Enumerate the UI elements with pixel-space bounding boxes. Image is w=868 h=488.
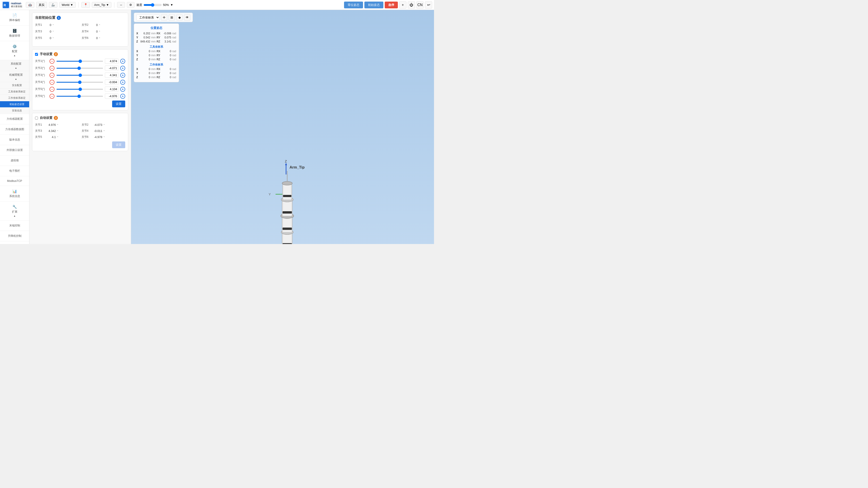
emergency-stop-button[interactable]: 急停: [385, 2, 398, 8]
pose-ry-axis: RY: [157, 36, 161, 39]
chevron-down-icon2: ▲: [15, 78, 17, 80]
auto-setting-checkbox[interactable]: [35, 117, 38, 120]
speed-slider[interactable]: [144, 3, 162, 7]
sidebar-item-force-config[interactable]: 力传感器配置: [0, 114, 29, 124]
joint2-input[interactable]: [105, 66, 119, 71]
lang-label: CN: [417, 3, 423, 7]
arm-icon-btn[interactable]: 🦾: [49, 2, 57, 8]
arm-tip-icon-btn[interactable]: 📍: [81, 2, 90, 8]
plus-icon-btn[interactable]: +: [399, 1, 406, 8]
sidebar-item-geofence[interactable]: 电子围栏: [0, 166, 29, 176]
pose-y-axis: Y: [136, 36, 139, 39]
sidebar-item-force-graph[interactable]: 力传感器数据图: [0, 124, 29, 135]
joint5-slider[interactable]: [56, 89, 103, 90]
joint3-slider[interactable]: [56, 75, 103, 76]
pose-x-axis: X: [136, 32, 139, 35]
logout-icon-btn[interactable]: ↩: [425, 1, 432, 8]
sidebar-item-armconfig[interactable]: 机械臂配置 ▲: [0, 71, 29, 82]
crosshair-icon-btn[interactable]: ✛: [161, 14, 167, 21]
sidebar-item-modbus[interactable]: ModbusTCP: [0, 176, 29, 186]
joint2-slider[interactable]: [56, 68, 103, 69]
arm-icon: 🦾: [51, 3, 55, 6]
auto-setting-section: 自动设置 3 关节1 4.976 * 关节2 -4.073 * 关节3 4.34…: [32, 113, 128, 151]
joint2-minus-btn[interactable]: −: [50, 66, 55, 71]
joint-row-2: 关节2 0 *: [82, 22, 125, 28]
speed-control: 速度 50% ▼: [136, 3, 173, 7]
auto-set-button[interactable]: 设置: [112, 141, 125, 148]
sidebar-item-version[interactable]: 版本信息: [0, 135, 29, 145]
current-initial-title: 当前初始位置 1: [35, 15, 125, 20]
joint1-plus-btn[interactable]: +: [120, 59, 125, 64]
joint4-slider[interactable]: [56, 82, 103, 83]
sidebar-item-safety[interactable]: 安全配置: [0, 82, 29, 89]
position-panel: 位置姿态 X 6.202 mm RX -0.006 rad Y 0.542 mm…: [134, 24, 179, 82]
auto-joint3-row: 关节3 4.342 *: [35, 128, 79, 133]
joint5-minus-btn[interactable]: −: [50, 87, 55, 92]
sidebar-item-install[interactable]: 安装信息: [0, 107, 29, 114]
armtip-label: Arm_Tip: [94, 3, 105, 6]
speed-value: 50%: [163, 3, 169, 6]
arm-tip-label-svg: Arm_Tip: [289, 165, 305, 169]
sidebar-item-initial-pose[interactable]: 初始姿态设置: [0, 101, 29, 107]
joint-row-1: 关节1 0 *: [35, 22, 79, 28]
sidebar-item-sysinfo[interactable]: 📊 系统信息: [0, 186, 29, 201]
manual-joint4-label: 关节4(°): [35, 80, 48, 84]
joint2-plus-btn[interactable]: +: [120, 66, 125, 71]
joint6-input[interactable]: [105, 94, 119, 99]
manual-set-button[interactable]: 设置: [112, 101, 125, 107]
joint6-slider[interactable]: [56, 96, 103, 97]
sidebar-item-toolcoord[interactable]: 工具坐标系标定: [0, 89, 29, 95]
sidebar-item-extio[interactable]: 外部接口设置: [0, 145, 29, 156]
zero-pose-button[interactable]: 零位姿态: [344, 2, 363, 8]
settings2-btn[interactable]: ⚙: [127, 2, 134, 8]
pose-z-axis: Z: [136, 40, 139, 43]
joint0-tip: [282, 182, 292, 185]
extend-icon: 🔧: [12, 205, 17, 209]
sidebar-item-script[interactable]: 📄 脚本编程: [0, 10, 29, 26]
manual-setting-label: 手动设置 2: [40, 52, 58, 56]
joint6-minus-btn[interactable]: −: [50, 94, 55, 99]
joint1-slider[interactable]: [56, 61, 103, 62]
sidebar-item-virtualwall[interactable]: 虚拟墙: [0, 156, 29, 166]
joint-row-5: 关节5 0 *: [35, 35, 79, 41]
data-icon: 🗄️: [12, 29, 17, 33]
eye-icon-btn[interactable]: 👁: [184, 14, 190, 21]
sidebar-item-data[interactable]: 🗄️ 数据管理: [0, 26, 29, 41]
move-icon-btn[interactable]: ↔: [117, 2, 125, 8]
auto-badge: 3: [54, 116, 58, 120]
joint4-plus-btn[interactable]: +: [120, 80, 125, 85]
sidebar-item-config[interactable]: ⚙️ 配置 ▲: [0, 41, 29, 60]
manual-setting-checkbox[interactable]: [35, 53, 38, 56]
sidebar-item-workcoord[interactable]: 工作坐标系标定: [0, 95, 29, 101]
joint5-plus-btn[interactable]: +: [120, 87, 125, 92]
auto-joint2-value: -4.073: [91, 123, 102, 127]
layers-icon-btn[interactable]: ⊞: [168, 14, 175, 21]
auto-joint1-label: 关节1: [35, 123, 43, 127]
sidebar-item-extend[interactable]: 🔧 扩展 ▲: [0, 201, 29, 221]
sidebar-item-lift[interactable]: 升降机控制: [0, 231, 29, 241]
robot-icon-btn[interactable]: 🤖: [26, 2, 34, 8]
joint3-minus-btn[interactable]: −: [50, 73, 55, 78]
joint3-input[interactable]: [105, 72, 119, 78]
power-icon-btn[interactable]: ⏻: [408, 1, 415, 8]
world-dropdown[interactable]: World ▼: [59, 2, 76, 8]
mode-btn[interactable]: 真实: [36, 2, 47, 8]
paint-icon-btn[interactable]: ◆: [176, 14, 183, 21]
armtip-dropdown[interactable]: Arm_Tip ▼: [92, 2, 112, 8]
joint4-minus-btn[interactable]: −: [50, 80, 55, 85]
joint4-input[interactable]: [105, 79, 119, 85]
joint1-minus-btn[interactable]: −: [50, 59, 55, 64]
coord-system-select[interactable]: 工作坐标系: [136, 14, 160, 21]
joint3-plus-btn[interactable]: +: [120, 73, 125, 78]
manual-badge: 2: [54, 52, 58, 56]
sidebar-item-sysconfg[interactable]: 系统配置 ▲: [0, 60, 29, 71]
joint1-input[interactable]: [105, 59, 119, 64]
pose-ry-unit: rad: [172, 36, 177, 39]
auto-setting-label: 自动设置 3: [40, 116, 58, 120]
auto-joint5-value: 4.1: [44, 135, 56, 139]
joint6-plus-btn[interactable]: +: [120, 94, 125, 99]
lang-btn[interactable]: CN: [416, 1, 424, 8]
joint5-input[interactable]: [105, 87, 119, 92]
sidebar-item-terminal[interactable]: 末端控制: [0, 221, 29, 231]
initial-pose-button[interactable]: 初始姿态: [364, 2, 383, 8]
